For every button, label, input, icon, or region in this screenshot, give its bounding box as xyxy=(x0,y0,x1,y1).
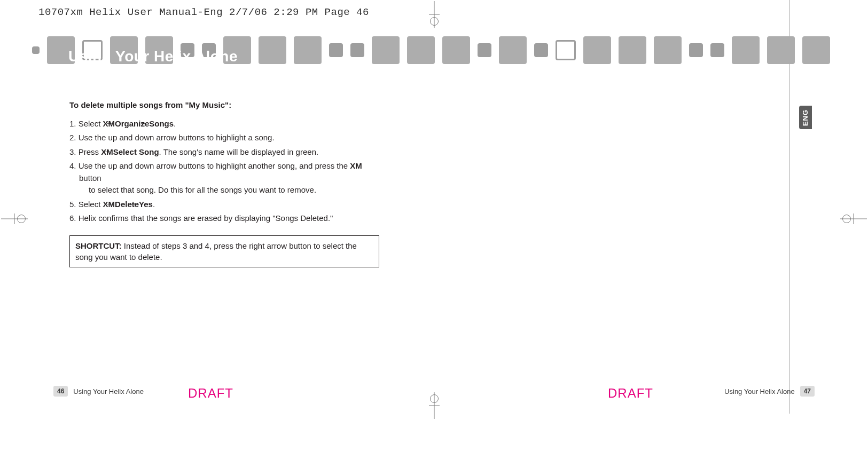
footer-right: Using Your Helix Alone 47 xyxy=(724,386,815,397)
registration-mark-left xyxy=(1,213,28,224)
shortcut-box: SHORTCUT: Instead of steps 3 and 4, pres… xyxy=(69,235,379,267)
draft-stamp-right: DRAFT xyxy=(608,386,653,401)
intro-line: To delete multiple songs from "My Music"… xyxy=(69,99,379,112)
step-1: Select XM → Organize → Songs. xyxy=(69,118,379,130)
registration-mark-right xyxy=(840,213,867,224)
draft-stamp-left: DRAFT xyxy=(188,386,233,401)
step-2: Use the up and down arrow buttons to hig… xyxy=(69,132,379,144)
body-content: To delete multiple songs from "My Music"… xyxy=(69,99,379,267)
registration-mark-top xyxy=(429,1,440,28)
step-6: Helix confirms that the songs are erased… xyxy=(69,212,379,225)
footer-label-right: Using Your Helix Alone xyxy=(724,387,795,395)
section-title: Using Your Helix Alone xyxy=(68,48,238,65)
page-number-right: 47 xyxy=(800,386,815,397)
footer-left: 46 Using Your Helix Alone xyxy=(53,386,144,397)
steps-list: Select XM → Organize → Songs. Use the up… xyxy=(69,118,379,225)
footer-label-left: Using Your Helix Alone xyxy=(73,387,144,395)
page-footer: 46 Using Your Helix Alone DRAFT DRAFT Us… xyxy=(53,386,815,399)
step-4: Use the up and down arrow buttons to hig… xyxy=(69,160,379,196)
language-tab-label: ENG xyxy=(802,109,810,125)
shortcut-label: SHORTCUT: xyxy=(75,241,122,250)
step-5: Select XM → Delete → Yes. xyxy=(69,199,379,211)
print-slug: 10707xm Helix User Manual-Eng 2/7/06 2:2… xyxy=(38,6,369,18)
step-3: Press XM → Select Song. The song's name … xyxy=(69,146,379,159)
page-number-left: 46 xyxy=(53,386,68,397)
language-tab: ENG xyxy=(799,106,812,129)
